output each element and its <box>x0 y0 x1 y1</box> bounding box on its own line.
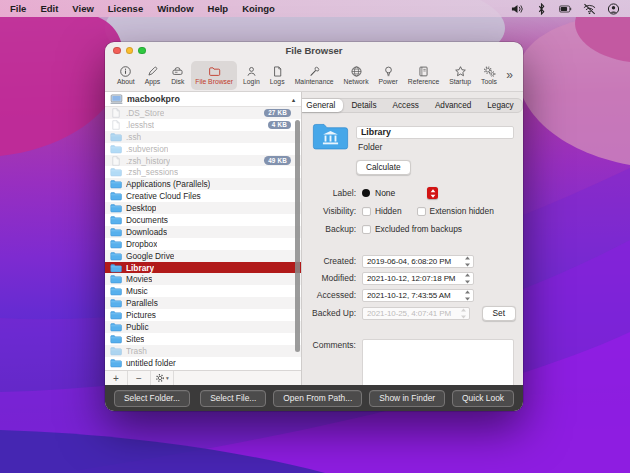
date-label: Accessed: <box>306 290 356 300</box>
file-row-lesshst[interactable]: .lesshst4 KB <box>105 119 301 131</box>
date-field-accessed[interactable]: 2021-10-12, 7:43:55 AM <box>362 289 474 302</box>
select-folder-button[interactable]: Select Folder... <box>114 390 190 407</box>
bluetooth-icon[interactable] <box>535 3 548 15</box>
sort-indicator-icon[interactable]: ▴ <box>292 96 295 103</box>
checkbox-hidden[interactable] <box>362 207 371 216</box>
minimize-button[interactable] <box>126 47 134 55</box>
user-switch-icon[interactable] <box>607 3 620 15</box>
stepper-icon[interactable] <box>464 273 471 284</box>
file-row-creative-cloud-files[interactable]: Creative Cloud Files <box>105 190 301 202</box>
toolbar-item-maintenance[interactable]: Maintenance <box>291 61 338 90</box>
file-row-movies[interactable]: Movies <box>105 273 301 285</box>
toolbar-overflow-chevron-icon[interactable]: » <box>504 68 515 82</box>
file-row-ssh[interactable]: .ssh <box>105 131 301 143</box>
computer-icon <box>110 94 123 105</box>
zoom-button[interactable] <box>138 47 146 55</box>
file-row-downloads[interactable]: Downloads <box>105 226 301 238</box>
toolbar-item-network[interactable]: Network <box>340 61 373 90</box>
select-file-button[interactable]: Select File... <box>200 390 266 407</box>
menubar-item-view[interactable]: View <box>72 3 93 14</box>
quick-look-button[interactable]: Quick Look <box>452 390 514 407</box>
battery-icon[interactable] <box>559 3 572 15</box>
toolbar-item-tools[interactable]: Tools <box>477 61 501 90</box>
file-row-google-drive[interactable]: Google Drive <box>105 250 301 262</box>
date-value: 2021-10-12, 12:07:18 PM <box>367 274 464 283</box>
label-stepper-button[interactable] <box>427 187 438 199</box>
tab-advanced[interactable]: Advanced <box>427 99 479 112</box>
stepper-icon[interactable] <box>464 290 471 301</box>
toolbar-item-about[interactable]: About <box>113 61 139 90</box>
toolbar-item-reference[interactable]: Reference <box>404 61 443 90</box>
file-row-parallels[interactable]: Parallels <box>105 297 301 309</box>
toolbar-item-logs[interactable]: Logs <box>266 61 289 90</box>
menubar-item-koingo[interactable]: Koingo <box>242 3 275 14</box>
sidebar-scrollbar[interactable] <box>295 120 300 352</box>
menu-bar: FileEditViewLicenseWindowHelpKoingo <box>0 0 630 17</box>
comments-textarea[interactable] <box>362 339 514 386</box>
toolbar-item-file-browser[interactable]: File Browser <box>191 61 237 90</box>
toolbar-item-disk[interactable]: Disk <box>166 61 189 90</box>
file-row-applications-parallels[interactable]: Applications (Parallels) <box>105 178 301 190</box>
tab-details[interactable]: Details <box>343 99 384 112</box>
file-row-library[interactable]: Library <box>105 262 301 274</box>
tab-legacy[interactable]: Legacy <box>479 99 521 112</box>
menubar-item-window[interactable]: Window <box>157 3 193 14</box>
tab-general[interactable]: General <box>302 99 343 112</box>
stepper-icon[interactable] <box>464 256 471 267</box>
menubar-item-edit[interactable]: Edit <box>40 3 58 14</box>
toolbar-item-startup[interactable]: Startup <box>445 61 475 90</box>
file-row-subversion[interactable]: .subversion <box>105 143 301 155</box>
file-row-zsh-sessions[interactable]: .zsh_sessions <box>105 166 301 178</box>
title-bar[interactable]: File Browser <box>105 42 523 59</box>
date-field-modified[interactable]: 2021-10-12, 12:07:18 PM <box>362 272 474 285</box>
pen-icon <box>145 64 160 77</box>
date-field-created[interactable]: 2019-06-04, 6:08:20 PM <box>362 255 474 268</box>
open-from-path-button[interactable]: Open From Path... <box>273 390 362 407</box>
remove-button[interactable]: − <box>128 371 151 385</box>
checkbox-label: Hidden <box>375 206 402 216</box>
menubar-item-file[interactable]: File <box>10 3 26 14</box>
file-row-trash[interactable]: Trash <box>105 345 301 357</box>
wifi-off-icon[interactable] <box>583 3 596 15</box>
file-row-documents[interactable]: Documents <box>105 214 301 226</box>
checkbox-excluded-from-backups[interactable] <box>362 225 371 234</box>
toolbar-item-power[interactable]: Power <box>375 61 402 90</box>
show-in-finder-button[interactable]: Show in Finder <box>369 390 445 407</box>
toolbar-item-label: Network <box>344 78 369 85</box>
date-field-backed-up[interactable]: 2021-10-25, 4:07:41 PM <box>362 307 470 320</box>
file-row-label: .subversion <box>126 144 168 154</box>
file-row-dropbox[interactable]: Dropbox <box>105 238 301 250</box>
stepper-icon[interactable] <box>460 308 467 319</box>
file-row-ds-store[interactable]: .DS_Store27 KB <box>105 107 301 119</box>
file-row-public[interactable]: Public <box>105 321 301 333</box>
toolbar-item-apps[interactable]: Apps <box>141 61 165 90</box>
add-button[interactable]: + <box>105 371 128 385</box>
size-badge: 27 KB <box>264 109 291 118</box>
file-row-sites[interactable]: Sites <box>105 333 301 345</box>
close-button[interactable] <box>113 47 121 55</box>
file-row-music[interactable]: Music <box>105 285 301 297</box>
file-row-desktop[interactable]: Desktop <box>105 202 301 214</box>
file-row-pictures[interactable]: Pictures <box>105 309 301 321</box>
file-row-zsh-history[interactable]: .zsh_history49 KB <box>105 155 301 167</box>
menubar-item-help[interactable]: Help <box>208 3 229 14</box>
file-list-sidebar: macbookpro ▴ .DS_Store27 KB.lesshst4 KB.… <box>105 92 302 385</box>
bulb-icon <box>381 64 396 77</box>
comments-row: Comments: <box>306 339 516 386</box>
volume-icon[interactable] <box>511 3 524 15</box>
file-icon <box>110 108 122 118</box>
folder-icon <box>110 274 122 284</box>
file-row-untitled-folder[interactable]: untitled folder <box>105 357 301 369</box>
set-button[interactable]: Set <box>482 306 516 321</box>
bottom-action-bar: Select Folder...Select File...Open From … <box>105 385 523 411</box>
menubar-item-license[interactable]: License <box>108 3 143 14</box>
sidebar-root-header[interactable]: macbookpro ▴ <box>105 92 301 107</box>
item-name-field[interactable] <box>356 126 514 139</box>
tab-access[interactable]: Access <box>384 99 426 112</box>
label-color-dot <box>362 189 370 197</box>
sidebar-footer: +−▾ <box>105 370 301 385</box>
calculate-button[interactable]: Calculate <box>356 160 411 175</box>
action-button[interactable]: ▾ <box>151 371 174 385</box>
checkbox-extension-hidden[interactable] <box>417 207 426 216</box>
toolbar-item-login[interactable]: Login <box>239 61 264 90</box>
